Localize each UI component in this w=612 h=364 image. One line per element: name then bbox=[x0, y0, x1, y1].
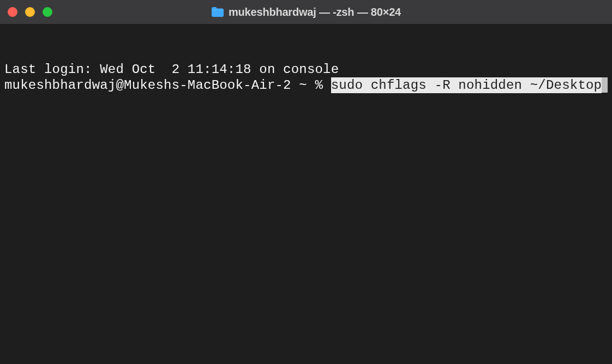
maximize-icon[interactable] bbox=[43, 7, 52, 17]
shell-prompt: mukeshbhardwaj@Mukeshs-MacBook-Air-2 ~ % bbox=[4, 77, 331, 93]
folder-icon bbox=[211, 7, 224, 17]
terminal-body[interactable]: Last login: Wed Oct 2 11:14:18 on consol… bbox=[0, 24, 612, 114]
close-icon[interactable] bbox=[8, 7, 17, 17]
traffic-lights bbox=[8, 7, 52, 17]
last-login-line: Last login: Wed Oct 2 11:14:18 on consol… bbox=[4, 62, 608, 77]
cursor-icon bbox=[602, 77, 608, 93]
window-title: mukeshbhardwaj — -zsh — 80×24 bbox=[229, 6, 401, 19]
command-input[interactable]: sudo chflags -R nohidden ~/Desktop bbox=[331, 77, 602, 93]
titlebar: mukeshbhardwaj — -zsh — 80×24 bbox=[0, 0, 612, 24]
minimize-icon[interactable] bbox=[25, 7, 35, 17]
prompt-line: mukeshbhardwaj@Mukeshs-MacBook-Air-2 ~ %… bbox=[4, 77, 608, 93]
window-title-group: mukeshbhardwaj — -zsh — 80×24 bbox=[211, 6, 401, 19]
